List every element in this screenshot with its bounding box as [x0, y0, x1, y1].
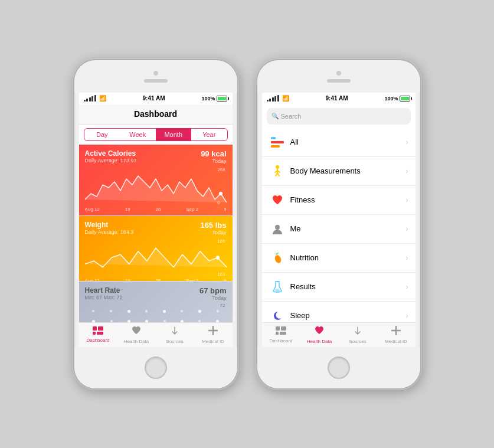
hr-y-top: 72	[220, 303, 225, 308]
hr-title: Heart Rate	[85, 286, 123, 295]
dot	[198, 320, 201, 322]
rmedical-id-tab-icon	[391, 326, 401, 338]
camera	[153, 71, 158, 76]
right-speaker	[327, 79, 351, 83]
results-icon	[269, 279, 286, 295]
dashboard-content: Active Calories Daily Average: 173.97 99…	[79, 145, 233, 322]
bar5	[94, 95, 96, 102]
health-item-results[interactable]: Results ›	[262, 273, 416, 302]
dot	[181, 310, 183, 312]
hr-dots	[85, 303, 227, 322]
rtab-medical-id[interactable]: Medical ID	[377, 323, 416, 347]
svg-rect-4	[93, 332, 96, 335]
health-item-fitness[interactable]: Fitness ›	[262, 186, 416, 215]
right-home-button[interactable]	[328, 357, 350, 379]
signal-bars	[84, 95, 96, 102]
right-tab-bar: Dashboard Health Data Sources	[262, 322, 416, 347]
hr-date: Today	[199, 295, 227, 301]
rbar1	[267, 100, 269, 102]
calories-title: Active Calories	[85, 149, 137, 158]
segment-month[interactable]: Month	[156, 129, 192, 140]
tab-medical-id[interactable]: Medical ID	[194, 323, 233, 347]
bar1	[84, 100, 86, 102]
rbar2	[269, 99, 271, 102]
dot	[217, 310, 219, 312]
svg-point-16	[273, 254, 282, 264]
dot	[216, 320, 219, 322]
dot	[127, 310, 130, 313]
heart-rate-card: Heart Rate Min: 67 Max: 72 67 bpm Today …	[79, 282, 233, 322]
dot	[92, 310, 94, 312]
segment-control[interactable]: Day Week Month Year	[84, 128, 228, 141]
fitness-label: Fitness	[290, 195, 406, 204]
health-item-all[interactable]: All ›	[262, 128, 416, 157]
rtab-health-data[interactable]: Health Data	[300, 323, 339, 347]
right-battery-icon	[400, 96, 410, 102]
left-phone-bottom	[74, 347, 237, 388]
rtab-health-data-label: Health Data	[307, 339, 332, 344]
time-display: 9:41 AM	[142, 95, 165, 102]
segment-year[interactable]: Year	[191, 129, 227, 140]
svg-rect-25	[280, 332, 286, 335]
hr-dots-row2	[85, 318, 227, 322]
svg-rect-7	[271, 141, 284, 143]
right-signal-bars	[267, 95, 279, 102]
search-placeholder: Search	[281, 113, 302, 120]
phones-container: 📶 9:41 AM 100% Dashboard Day Week Month	[73, 59, 421, 390]
health-item-body-measurements[interactable]: Body Measurements ›	[262, 157, 416, 186]
weight-svg	[85, 238, 227, 277]
health-item-sleep[interactable]: Sleep ›	[262, 302, 416, 322]
weight-title-group: Weight Daily Average: 164.3	[85, 221, 134, 236]
right-phone: 📶 9:41 AM 100% 🔍 Search	[256, 59, 421, 390]
right-camera	[336, 71, 341, 76]
left-screen: 📶 9:41 AM 100% Dashboard Day Week Month	[79, 93, 233, 347]
segment-week[interactable]: Week	[120, 129, 156, 140]
weight-value: 165 lbs	[200, 221, 226, 230]
segment-day[interactable]: Day	[84, 129, 120, 140]
rsources-tab-icon	[353, 326, 362, 338]
right-phone-top	[257, 60, 420, 93]
cal-lbl-3: 26	[155, 207, 161, 212]
rtab-medical-id-label: Medical ID	[385, 339, 407, 344]
rtab-sources-label: Sources	[349, 339, 366, 344]
wt-lbl-2: 19	[125, 278, 130, 281]
search-bar[interactable]: 🔍 Search	[267, 108, 411, 125]
cal-lbl-1: Aug 12	[85, 207, 100, 212]
calories-svg	[85, 167, 227, 205]
fitness-chevron: ›	[406, 196, 408, 204]
left-nav-title: Dashboard	[134, 109, 177, 119]
wt-lbl-4: Sep 2	[186, 278, 198, 281]
rtab-sources[interactable]: Sources	[339, 323, 377, 347]
left-home-button[interactable]	[145, 357, 167, 379]
weight-y-bottom: 163	[217, 272, 225, 277]
dot	[163, 320, 166, 322]
right-phone-bottom	[257, 347, 420, 388]
battery-area: 100%	[201, 96, 227, 102]
rtab-dashboard[interactable]: Dashboard	[262, 323, 300, 347]
tab-dashboard[interactable]: Dashboard	[79, 323, 117, 347]
health-item-me[interactable]: Me ›	[262, 215, 416, 244]
health-item-nutrition[interactable]: Nutrition ›	[262, 244, 416, 273]
all-chevron: ›	[406, 138, 408, 146]
calories-value: 99 kcal	[201, 149, 226, 158]
right-battery-area: 100%	[384, 96, 410, 102]
results-chevron: ›	[406, 283, 408, 291]
weight-date: Today	[200, 230, 226, 236]
svg-point-15	[275, 225, 280, 230]
hr-value-group: 67 bpm Today	[199, 286, 227, 301]
right-battery-pct: 100%	[384, 96, 398, 102]
battery-icon	[217, 96, 227, 102]
speaker	[144, 79, 168, 83]
health-data-tab-icon	[132, 326, 141, 338]
bar4	[91, 96, 93, 102]
tab-health-data[interactable]: Health Data	[117, 323, 156, 347]
bar3	[89, 97, 91, 102]
svg-rect-24	[276, 332, 279, 335]
right-status-bar: 📶 9:41 AM 100%	[262, 93, 416, 104]
calories-title-group: Active Calories Daily Average: 173.97	[85, 149, 137, 165]
tab-sources[interactable]: Sources	[156, 323, 194, 347]
all-icon	[269, 134, 286, 151]
dot	[92, 320, 95, 322]
body-measurements-icon	[269, 163, 286, 179]
rbar5	[277, 95, 279, 102]
